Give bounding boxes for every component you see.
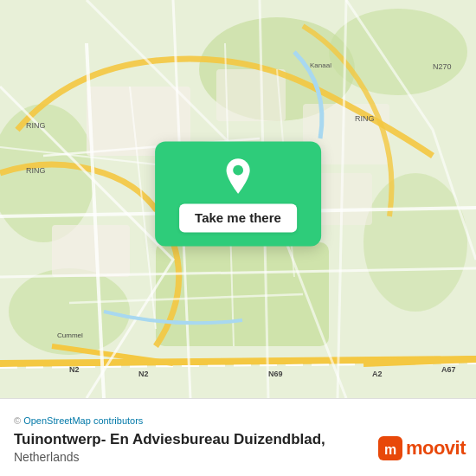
svg-text:Kanaal: Kanaal <box>310 61 331 69</box>
osm-link[interactable]: OpenStreetMap contributors <box>23 415 143 426</box>
map-area: RING RING RING RING Kanaal A2 N2 N2 N69 … <box>0 0 476 398</box>
copyright-symbol: © <box>14 415 21 426</box>
svg-point-5 <box>363 173 467 312</box>
svg-text:m: m <box>384 442 396 457</box>
moovit-brand-icon: m <box>378 436 402 460</box>
copyright-line: © OpenStreetMap contributors <box>14 415 462 426</box>
svg-text:A2: A2 <box>372 370 383 378</box>
svg-point-26 <box>233 165 243 176</box>
moovit-brand-text: moovit <box>406 437 466 460</box>
svg-rect-10 <box>52 225 130 277</box>
svg-text:Cummel: Cummel <box>57 331 83 339</box>
svg-text:RING: RING <box>26 121 46 130</box>
location-card: Take me there <box>155 141 321 246</box>
svg-text:N270: N270 <box>433 62 452 71</box>
location-pin-icon <box>219 157 257 195</box>
svg-text:N2: N2 <box>138 370 149 378</box>
moovit-logo: m moovit <box>378 436 466 460</box>
footer: © OpenStreetMap contributors Tuinontwerp… <box>0 398 476 476</box>
take-me-there-button[interactable]: Take me there <box>179 203 297 232</box>
svg-point-6 <box>9 268 130 355</box>
svg-point-2 <box>329 9 467 95</box>
svg-text:A67: A67 <box>441 365 456 374</box>
svg-text:RING: RING <box>26 166 46 175</box>
svg-text:N2: N2 <box>69 365 80 374</box>
svg-text:RING: RING <box>355 114 375 123</box>
svg-text:N69: N69 <box>268 370 283 378</box>
